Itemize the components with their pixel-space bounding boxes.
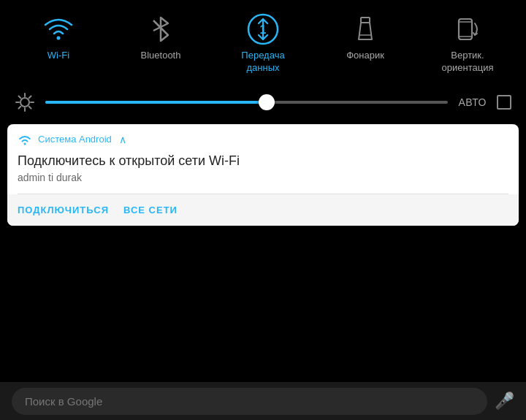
wifi-label: Wi-Fi [47, 50, 69, 62]
brightness-slider[interactable] [45, 101, 448, 104]
quick-settings-bar: Wi-Fi Bluetooth 1 Передача данных [0, 0, 526, 85]
slider-fill [45, 101, 267, 104]
svg-line-17 [29, 96, 31, 98]
qs-rotation[interactable]: Вертик. ориентация [431, 13, 504, 75]
svg-line-15 [19, 96, 21, 98]
mic-icon[interactable]: 🎤 [495, 392, 514, 411]
search-bar: Поиск в Google 🎤 [0, 382, 526, 420]
rotation-label: Вертик. ориентация [442, 50, 494, 75]
notif-subtitle: admin ti durak [18, 172, 508, 183]
search-input-area[interactable]: Поиск в Google [12, 388, 487, 415]
brightness-row: АВТО [0, 85, 526, 120]
rotation-icon [451, 13, 484, 45]
flashlight-icon [349, 13, 381, 45]
notif-title: Подключитесь к открытой сети Wi-Fi [18, 153, 508, 169]
brightness-icon [15, 92, 35, 112]
auto-label: АВТО [458, 96, 487, 108]
connect-button[interactable]: ПОДКЛЮЧИТЬСЯ [18, 202, 109, 218]
flashlight-label: Фонарик [346, 50, 384, 62]
svg-rect-5 [361, 18, 370, 23]
notif-actions: ПОДКЛЮЧИТЬСЯ ВСЕ СЕТИ [7, 194, 519, 226]
notification-card: Система Android ∧ Подключитесь к открыто… [7, 124, 519, 226]
qs-bluetooth[interactable]: Bluetooth [124, 13, 197, 62]
search-placeholder: Поиск в Google [25, 395, 102, 408]
slider-thumb [259, 94, 275, 110]
android-wifi-icon [18, 133, 32, 146]
data-label: Передача данных [241, 50, 284, 75]
qs-data[interactable]: 1 Передача данных [226, 13, 300, 75]
auto-checkbox[interactable] [497, 95, 511, 110]
svg-point-0 [57, 37, 61, 40]
notif-header: Система Android ∧ [7, 124, 519, 150]
data-transfer-icon: 1 [247, 13, 279, 45]
qs-flashlight[interactable]: Фонарик [329, 13, 402, 62]
svg-line-16 [29, 106, 31, 108]
svg-point-10 [20, 98, 29, 107]
notif-app-name: Система Android [38, 134, 112, 145]
qs-wifi[interactable]: Wi-Fi [22, 13, 95, 62]
svg-line-18 [19, 106, 21, 108]
svg-point-19 [24, 142, 26, 145]
notif-body: Подключитесь к открытой сети Wi-Fi admin… [7, 150, 519, 194]
bluetooth-label: Bluetooth [141, 50, 181, 62]
chevron-up-icon: ∧ [119, 134, 126, 145]
wifi-icon [42, 13, 75, 45]
all-networks-button[interactable]: ВСЕ СЕТИ [123, 202, 178, 218]
bluetooth-icon [145, 13, 177, 45]
